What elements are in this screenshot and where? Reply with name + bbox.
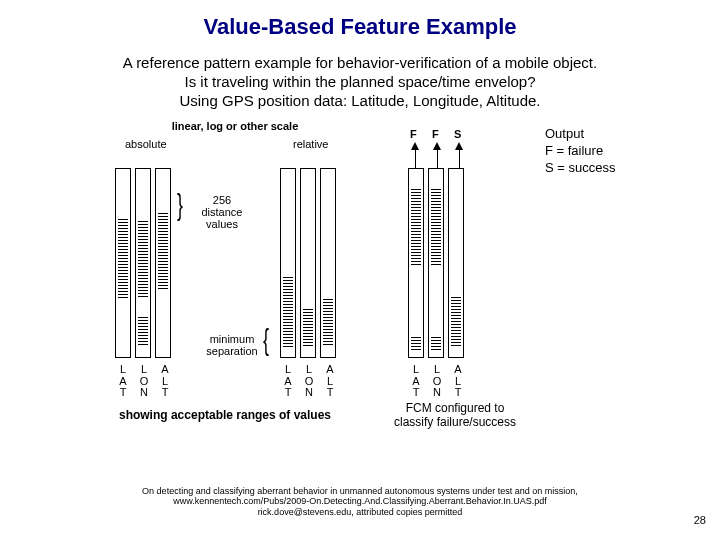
minsep-line1: minimum	[210, 333, 255, 345]
distance-line1: 256	[213, 194, 231, 206]
caption-left: showing acceptable ranges of values	[100, 408, 350, 422]
subtitle-line2: Is it traveling within the planned space…	[184, 73, 535, 90]
bars-absolute	[115, 168, 171, 358]
output-s: S	[454, 128, 461, 140]
brace-minsep: {	[263, 325, 269, 359]
output-line3: S = success	[545, 160, 615, 175]
output-f1: F	[410, 128, 417, 140]
col-abs-lon: LON	[135, 364, 153, 399]
output-line2: F = failure	[545, 143, 603, 158]
absolute-label: absolute	[125, 138, 167, 150]
footer-line2: www.kennentech.com/Pubs/2009-On.Detectin…	[173, 496, 547, 506]
arrow-line	[415, 150, 416, 168]
bar-rel-lon	[300, 168, 316, 358]
relative-label: relative	[293, 138, 328, 150]
bar-rel-alt	[320, 168, 336, 358]
output-f2: F	[432, 128, 439, 140]
distance-anno: 256 distance values	[192, 194, 252, 230]
page-number: 28	[694, 514, 706, 526]
bar-abs-lat	[115, 168, 131, 358]
bar-abs-lon	[135, 168, 151, 358]
caption-right-line2: classify failure/success	[394, 415, 516, 429]
arrow-line	[437, 150, 438, 168]
bar-fcm-alt	[448, 168, 464, 358]
subtitle-line1: A reference pattern example for behavior…	[123, 54, 597, 71]
caption-right-line1: FCM configured to	[406, 401, 505, 415]
col-fcm-lon: LON	[428, 364, 446, 399]
output-line1: Output	[545, 126, 584, 141]
bar-rel-lat	[280, 168, 296, 358]
brace-distance: }	[177, 190, 183, 224]
arrow-line	[459, 150, 460, 168]
col-fcm-alt: ALT	[449, 364, 467, 399]
subtitle: A reference pattern example for behavior…	[0, 54, 720, 110]
col-rel-lon: LON	[300, 364, 318, 399]
bar-fcm-lat	[408, 168, 424, 358]
bars-fcm	[408, 168, 464, 358]
output-legend: Output F = failure S = success	[545, 126, 615, 177]
arrow-icon	[433, 142, 441, 150]
page-title: Value-Based Feature Example	[0, 14, 720, 40]
bar-abs-alt	[155, 168, 171, 358]
minsep-line2: separation	[206, 345, 257, 357]
col-abs-lat: LAT	[114, 364, 132, 399]
arrow-icon	[411, 142, 419, 150]
diagram-area: linear, log or other scale absolute rela…	[0, 118, 720, 418]
minsep-anno: minimum separation	[197, 333, 267, 357]
bars-relative	[280, 168, 336, 358]
col-abs-alt: ALT	[156, 364, 174, 399]
bar-fcm-lon	[428, 168, 444, 358]
col-rel-alt: ALT	[321, 364, 339, 399]
arrow-icon	[455, 142, 463, 150]
scale-label: linear, log or other scale	[150, 120, 320, 132]
caption-right: FCM configured to classify failure/succe…	[380, 401, 530, 429]
distance-line2: distance	[202, 206, 243, 218]
footer-line3: rick.dove@stevens.edu, attributed copies…	[258, 507, 463, 517]
subtitle-line3: Using GPS position data: Latitude, Longi…	[179, 92, 540, 109]
footer-line1: On detecting and classifying aberrant be…	[142, 486, 578, 496]
distance-line3: values	[206, 218, 238, 230]
col-fcm-lat: LAT	[407, 364, 425, 399]
col-rel-lat: LAT	[279, 364, 297, 399]
footer: On detecting and classifying aberrant be…	[0, 486, 720, 518]
